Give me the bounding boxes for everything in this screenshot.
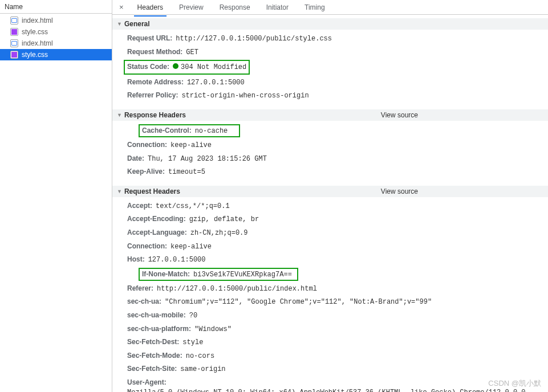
kv-key: Cache-Control:: [142, 126, 192, 134]
file-item[interactable]: index.html: [0, 15, 112, 26]
file-label: style.css: [22, 51, 48, 59]
general-section: ▼ General Request URL:http://127.0.0.1:5…: [112, 15, 548, 107]
tabs-row: × HeadersPreviewResponseInitiatorTiming: [112, 0, 548, 15]
sidebar: Name index.htmlstyle.cssindex.htmlstyle.…: [0, 0, 112, 392]
file-item[interactable]: style.css: [0, 49, 112, 60]
kv-key: Referrer Policy:: [127, 90, 178, 101]
kv-row: Sec-Fetch-Mode:no-cors: [127, 349, 548, 363]
general-title: General: [124, 20, 150, 28]
file-item[interactable]: style.css: [0, 26, 112, 38]
triangle-icon: ▼: [117, 189, 122, 194]
kv-value: no-cache: [195, 127, 228, 135]
kv-key: sec-ch-ua-platform:: [127, 324, 191, 334]
highlighted-inline: Status Code:304 Not Modified: [124, 60, 250, 75]
kv-key: Referer:: [127, 283, 153, 294]
response-headers-section: ▼ Response Headers View source Cache-Con…: [112, 107, 548, 183]
kv-key: sec-ch-ua:: [127, 296, 161, 307]
kv-value: 127.0.0.1:5000: [187, 77, 245, 88]
general-header[interactable]: ▼ General: [112, 18, 548, 30]
kv-value: no-cors: [186, 351, 214, 362]
kv-key: Accept:: [127, 201, 152, 211]
file-label: style.css: [22, 28, 48, 36]
kv-value: http://127.0.0.1:5000/public/index.html: [157, 284, 317, 295]
response-headers-title: Response Headers: [124, 111, 186, 119]
response-headers-header[interactable]: ▼ Response Headers View source: [112, 109, 548, 121]
kv-row: Referer:http://127.0.0.1:5000/public/ind…: [127, 282, 548, 296]
response-rows: Cache-Control:no-cacheConnection:keep-al…: [112, 121, 548, 181]
kv-row: sec-ch-ua-platform:"Windows": [127, 322, 548, 336]
tab-initiator[interactable]: Initiator: [258, 1, 297, 14]
kv-key: If-None-Match:: [142, 270, 190, 278]
kv-value: 304 Not Modified: [181, 62, 246, 73]
kv-key: Request URL:: [127, 33, 172, 44]
css-file-icon: [10, 51, 18, 59]
tab-preview[interactable]: Preview: [171, 1, 212, 14]
sidebar-files: index.htmlstyle.cssindex.htmlstyle.css: [0, 14, 112, 60]
kv-row: Sec-Fetch-Site:same-origin: [127, 362, 548, 376]
tab-headers[interactable]: Headers: [129, 1, 171, 14]
file-item[interactable]: index.html: [0, 38, 112, 49]
kv-value: keep-alive: [171, 242, 212, 252]
kv-key: Host:: [127, 254, 145, 265]
html-file-icon: [10, 39, 18, 47]
kv-row: Request URL:http://127.0.0.1:5000/public…: [127, 32, 548, 46]
kv-value: 127.0.0.1:5000: [148, 255, 206, 266]
kv-value: timeout=5: [168, 167, 205, 178]
kv-value: Thu, 17 Aug 2023 18:15:26 GMT: [148, 154, 267, 165]
kv-key: Remote Address:: [127, 77, 184, 88]
kv-value: style: [182, 337, 203, 348]
kv-value: "Windows": [194, 324, 232, 335]
sidebar-header[interactable]: Name: [0, 0, 112, 14]
tab-response[interactable]: Response: [212, 1, 258, 14]
request-headers-section: ▼ Request Headers View source Accept:tex…: [112, 183, 548, 392]
kv-row: Accept-Language:zh-CN,zh;q=0.9: [127, 226, 548, 240]
kv-key: Sec-Fetch-Dest:: [127, 337, 179, 348]
triangle-icon: ▼: [117, 112, 122, 118]
details-pane[interactable]: ▼ General Request URL:http://127.0.0.1:5…: [112, 15, 548, 392]
kv-key: Date:: [127, 153, 144, 164]
view-source-link[interactable]: View source: [381, 187, 543, 195]
kv-row: Status Code:304 Not Modified: [127, 59, 548, 76]
kv-key: Keep-Alive:: [127, 166, 165, 177]
kv-row: Connection:keep-alive: [127, 138, 548, 152]
kv-row: User-Agent:Mozilla/5.0 (Windows NT 10.0;…: [127, 376, 548, 392]
kv-row: Request Method:GET: [127, 46, 548, 59]
kv-row: Host:127.0.0.1:5000: [127, 253, 548, 267]
tab-timing[interactable]: Timing: [297, 1, 333, 14]
request-highlighted-row: If-None-Match:bi3vSe1k7EVuKEXRpkag7A==: [139, 268, 298, 281]
kv-key: Status Code:: [127, 62, 169, 72]
kv-value: keep-alive: [171, 140, 212, 151]
kv-row: Date:Thu, 17 Aug 2023 18:15:26 GMT: [127, 152, 548, 166]
kv-key: Accept-Language:: [127, 227, 187, 238]
response-highlighted-row: Cache-Control:no-cache: [139, 124, 240, 137]
view-source-link[interactable]: View source: [381, 111, 543, 119]
kv-row: Connection:keep-alive: [127, 240, 548, 254]
request-rows: Accept:text/css,*/*;q=0.1Accept-Encoding…: [112, 197, 548, 392]
css-file-icon: [10, 28, 18, 36]
general-rows: Request URL:http://127.0.0.1:5000/public…: [112, 30, 548, 105]
kv-value: ?0: [189, 311, 197, 321]
kv-key: Sec-Fetch-Site:: [127, 364, 177, 374]
kv-value: zh-CN,zh;q=0.9: [190, 228, 248, 239]
kv-value: bi3vSe1k7EVuKEXRpkag7A==: [193, 271, 292, 279]
kv-key: Connection:: [127, 241, 167, 252]
kv-value: same-origin: [180, 364, 225, 375]
kv-row: Keep-Alive:timeout=5: [127, 165, 548, 179]
status-dot-icon: [173, 63, 178, 69]
close-icon[interactable]: ×: [117, 3, 129, 11]
file-label: index.html: [22, 39, 53, 47]
kv-row: Remote Address:127.0.0.1:5000: [127, 76, 548, 89]
kv-row: Referrer Policy:strict-origin-when-cross…: [127, 89, 548, 103]
kv-value: strict-origin-when-cross-origin: [181, 91, 308, 101]
kv-key: sec-ch-ua-mobile:: [127, 310, 186, 321]
content-pane: × HeadersPreviewResponseInitiatorTiming …: [112, 0, 548, 392]
kv-row: Sec-Fetch-Dest:style: [127, 336, 548, 349]
kv-row: Accept:text/css,*/*;q=0.1: [127, 199, 548, 213]
sidebar-header-label: Name: [5, 3, 23, 11]
request-headers-header[interactable]: ▼ Request Headers View source: [112, 186, 548, 197]
watermark: CSDN @凯小默: [488, 378, 541, 389]
file-label: index.html: [22, 17, 53, 24]
kv-row: sec-ch-ua:"Chromium";v="112", "Google Ch…: [127, 295, 548, 309]
kv-row: Accept-Encoding:gzip, deflate, br: [127, 213, 548, 226]
kv-value: Mozilla/5.0 (Windows NT 10.0; Win64; x64…: [127, 387, 548, 392]
